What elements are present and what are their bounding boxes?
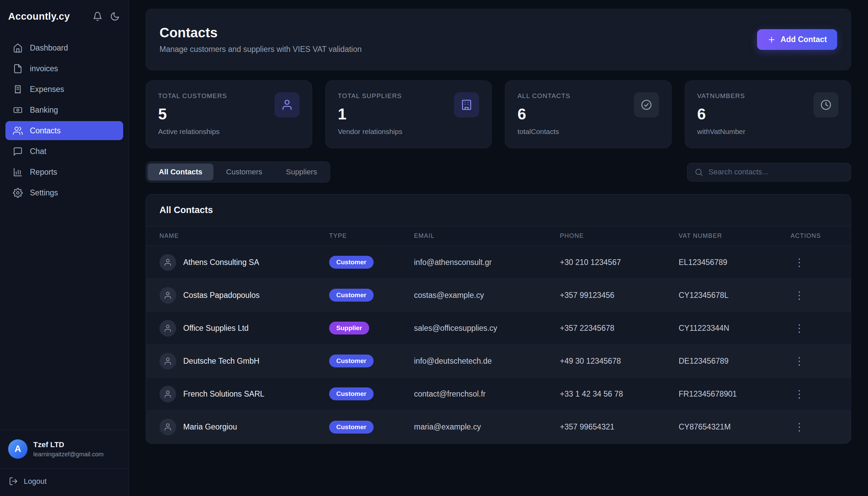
- table-row: Deutsche Tech GmbHCustomerinfo@deutschet…: [146, 345, 851, 377]
- page-header-text: Contacts Manage customers and suppliers …: [159, 25, 362, 54]
- column-header: EMAIL: [414, 232, 560, 239]
- page-subtitle: Manage customers and suppliers with VIES…: [159, 45, 362, 54]
- notifications-button[interactable]: [93, 12, 103, 21]
- column-header: PHONE: [560, 232, 679, 239]
- sidebar-item-settings[interactable]: Settings: [5, 183, 123, 202]
- row-actions-menu-button[interactable]: ⋮: [791, 389, 806, 399]
- sidebar-item-label: Reports: [30, 168, 57, 177]
- stat-card: TOTAL CUSTOMERS5Active relationships: [145, 80, 312, 148]
- chat-icon: [13, 146, 23, 156]
- stat-value: 6: [697, 105, 745, 123]
- search-input[interactable]: [709, 168, 844, 176]
- stat-text: TOTAL CUSTOMERS5Active relationships: [158, 92, 227, 136]
- sidebar-item-contacts[interactable]: Contacts: [5, 121, 123, 140]
- user-info: Tzef LTD learningaitzef@gmail.com: [33, 440, 104, 458]
- contact-phone: +49 30 12345678: [560, 357, 679, 366]
- column-header: ACTIONS: [791, 232, 837, 239]
- person-icon: [164, 390, 172, 398]
- person-icon: [164, 258, 172, 267]
- app-root: Accountly.cy DashboardinvoicesExpensesBa…: [0, 0, 868, 496]
- chart-icon: [13, 167, 23, 177]
- row-actions-menu-button[interactable]: ⋮: [791, 356, 806, 367]
- stat-text: ALL CONTACTS6totalContacts: [517, 92, 570, 136]
- moon-icon: [110, 12, 120, 21]
- contact-name-cell: Maria Georgiou: [159, 419, 329, 435]
- person-icon: [164, 324, 172, 332]
- logout-button[interactable]: Logout: [9, 477, 120, 486]
- contact-phone: +357 99123456: [560, 291, 679, 300]
- stat-sublabel: totalContacts: [517, 127, 570, 136]
- contact-vat: CY12345678L: [679, 291, 791, 300]
- sidebar-item-invoices[interactable]: invoices: [5, 59, 123, 78]
- sidebar-item-chat[interactable]: Chat: [5, 142, 123, 161]
- contact-phone: +357 99654321: [560, 422, 679, 432]
- tab-suppliers[interactable]: Suppliers: [275, 164, 328, 181]
- add-contact-button[interactable]: Add Contact: [757, 29, 837, 50]
- column-header: VAT NUMBER: [679, 232, 791, 239]
- tab-label: Suppliers: [286, 168, 317, 176]
- sidebar-item-dashboard[interactable]: Dashboard: [5, 38, 123, 57]
- table-header-row: NAMETYPEEMAILPHONEVAT NUMBERACTIONS: [146, 226, 851, 246]
- logout-icon: [9, 477, 18, 486]
- stat-label: ALL CONTACTS: [517, 92, 570, 100]
- contact-vat: FR12345678901: [679, 389, 791, 399]
- add-contact-label: Add Contact: [780, 35, 827, 44]
- contact-email: info@deutschetech.de: [414, 357, 560, 366]
- tab-customers[interactable]: Customers: [215, 164, 273, 181]
- person-icon: [164, 423, 172, 431]
- bank-icon: [13, 105, 23, 115]
- building-icon: [461, 99, 473, 111]
- contact-name-cell: Athens Consulting SA: [159, 254, 329, 271]
- contact-avatar: [159, 386, 176, 402]
- contact-avatar: [159, 353, 176, 370]
- sidebar-item-expenses[interactable]: Expenses: [5, 80, 123, 99]
- contact-avatar: [159, 320, 176, 337]
- stat-sublabel: withVatNumber: [697, 127, 745, 136]
- sidebar-item-reports[interactable]: Reports: [5, 162, 123, 182]
- type-badge: Customer: [329, 289, 374, 301]
- sidebar-item-banking[interactable]: Banking: [5, 100, 123, 120]
- tab-label: Customers: [226, 168, 262, 176]
- contacts-table-card: All Contacts NAMETYPEEMAILPHONEVAT NUMBE…: [145, 194, 851, 444]
- person-icon: [164, 357, 172, 366]
- contact-email: info@athensconsult.gr: [414, 258, 560, 267]
- contact-type-cell: Customer: [329, 421, 414, 434]
- contacts-tabs: All ContactsCustomersSuppliers: [145, 161, 330, 183]
- contact-type-cell: Supplier: [329, 322, 414, 335]
- theme-toggle-button[interactable]: [110, 12, 120, 21]
- contact-avatar: [159, 419, 176, 435]
- receipt-icon: [13, 84, 23, 94]
- person-icon: [281, 99, 293, 111]
- logout-section: Logout: [0, 468, 129, 496]
- sidebar-item-label: Dashboard: [30, 43, 68, 52]
- search-icon: [694, 168, 703, 177]
- row-actions-menu-button[interactable]: ⋮: [791, 323, 806, 334]
- user-profile[interactable]: A Tzef LTD learningaitzef@gmail.com: [0, 430, 129, 468]
- stat-sublabel: Vendor relationships: [338, 127, 402, 136]
- stat-card: VATNUMBERS6withVatNumber: [685, 80, 851, 148]
- tab-all-contacts[interactable]: All Contacts: [148, 164, 214, 181]
- stat-value: 5: [158, 105, 227, 123]
- sidebar-nav: DashboardinvoicesExpensesBankingContacts…: [0, 30, 129, 202]
- row-actions-menu-button[interactable]: ⋮: [791, 422, 806, 432]
- sidebar-item-label: invoices: [30, 64, 58, 73]
- contact-name: Deutsche Tech GmbH: [183, 357, 260, 366]
- app-logo: Accountly.cy: [8, 11, 85, 22]
- stats-row: TOTAL CUSTOMERS5Active relationshipsTOTA…: [145, 80, 851, 148]
- contact-email: sales@officesupplies.cy: [414, 324, 560, 333]
- stat-card: TOTAL SUPPLIERS1Vendor relationships: [325, 80, 492, 148]
- contact-vat: CY87654321M: [679, 422, 791, 432]
- stat-label: VATNUMBERS: [697, 92, 745, 100]
- main-content: Contacts Manage customers and suppliers …: [129, 0, 868, 496]
- row-actions-menu-button[interactable]: ⋮: [791, 257, 806, 268]
- column-header: TYPE: [329, 232, 414, 239]
- search-box: [687, 163, 851, 182]
- table-row: Athens Consulting SACustomerinfo@athensc…: [146, 246, 851, 279]
- contact-email: contact@frenchsol.fr: [414, 389, 560, 399]
- check-icon: [640, 99, 652, 111]
- logout-label: Logout: [24, 477, 46, 486]
- sidebar-item-label: Banking: [30, 106, 58, 115]
- sidebar-spacer: [0, 202, 129, 430]
- contact-name-cell: French Solutions SARL: [159, 386, 329, 402]
- row-actions-menu-button[interactable]: ⋮: [791, 290, 806, 300]
